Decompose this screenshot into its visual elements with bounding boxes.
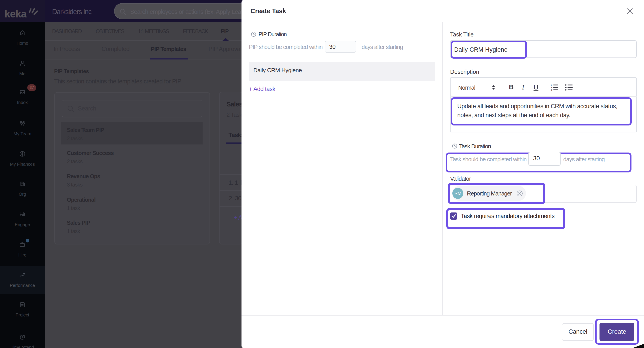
svg-text:3: 3 (551, 89, 552, 91)
svg-text:1: 1 (551, 84, 552, 86)
svg-text:2: 2 (551, 86, 552, 89)
svg-text:keka: keka (4, 8, 27, 20)
